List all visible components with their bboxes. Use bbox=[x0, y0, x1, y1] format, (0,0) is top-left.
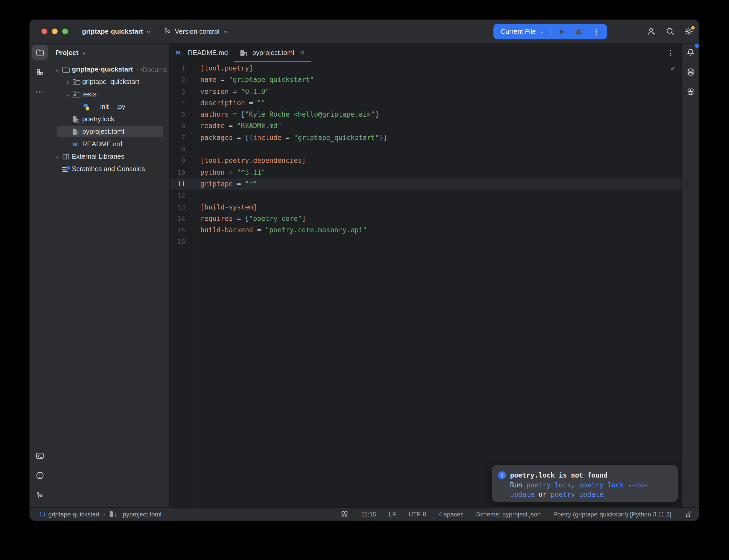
notification-dot bbox=[695, 44, 699, 48]
scratches-icon bbox=[61, 165, 70, 173]
code-line: requires = ["poetry-core"] bbox=[200, 213, 387, 225]
notification-text: , bbox=[571, 481, 579, 489]
close-window-button[interactable] bbox=[41, 29, 47, 34]
markdown-icon: M↓ bbox=[72, 140, 80, 148]
settings-icon[interactable] bbox=[682, 25, 695, 38]
editor-tab-bar: M↓README.md[T]pyproject.toml✕⋮ bbox=[170, 44, 681, 62]
version-control-icon[interactable] bbox=[32, 487, 47, 503]
libraries-icon bbox=[61, 152, 70, 161]
notification-link[interactable]: poetry update bbox=[551, 491, 604, 498]
line-number: 9 bbox=[170, 155, 196, 167]
folder-package-icon bbox=[72, 78, 80, 86]
search-icon[interactable] bbox=[664, 25, 676, 38]
problems-icon[interactable] bbox=[32, 468, 47, 483]
interpreter-widget[interactable]: Poetry (griptape-quickstart) [Python 3.1… bbox=[553, 510, 671, 518]
screen: griptape-quickstart ⌄ Version control ⌄ … bbox=[0, 0, 729, 560]
terminal-icon[interactable] bbox=[32, 448, 47, 464]
tree-item-scratches-and-consoles[interactable]: Scratches and Consoles bbox=[50, 163, 169, 175]
tab-options-icon[interactable]: ⋮ bbox=[667, 44, 674, 62]
tree-item-tests[interactable]: ⌄tests bbox=[50, 88, 169, 101]
code-line: build-backend = "poetry.core.masonry.api… bbox=[200, 225, 387, 236]
tree-item-readme-md[interactable]: M↓README.md bbox=[50, 138, 169, 150]
indent-widget[interactable]: 4 spaces bbox=[439, 510, 464, 518]
line-number: 8 bbox=[170, 144, 196, 155]
settings-badge-dot bbox=[691, 26, 695, 29]
inspection-ok-icon[interactable]: ✔ bbox=[671, 64, 675, 72]
line-number: 13 bbox=[170, 201, 196, 213]
breadcrumb[interactable]: griptape-quickstart › [T] pyproject.toml bbox=[40, 510, 161, 518]
chevron-down-icon[interactable]: ⌄ bbox=[64, 91, 72, 98]
run-icon[interactable] bbox=[556, 26, 568, 37]
ai-assistant-icon[interactable] bbox=[340, 510, 349, 518]
info-icon: i bbox=[498, 471, 506, 479]
notification-title: poetry.lock is not found bbox=[510, 471, 670, 480]
notification-message: Run poetry lock, poetry lock --no-update… bbox=[510, 480, 670, 500]
right-tool-stripe bbox=[681, 44, 699, 507]
chevron-right-icon[interactable]: › bbox=[53, 153, 61, 160]
toml-icon: [T] bbox=[72, 115, 80, 123]
line-separator-widget[interactable]: LF bbox=[389, 510, 396, 518]
close-tab-icon[interactable]: ✕ bbox=[300, 49, 304, 56]
tree-item-external-libraries[interactable]: ›External Libraries bbox=[50, 150, 169, 163]
tab-readme-md[interactable]: M↓README.md bbox=[170, 44, 234, 62]
notification-link[interactable]: poetry lock bbox=[526, 481, 571, 489]
schema-widget[interactable]: Schema: pyproject.json bbox=[476, 510, 541, 518]
tree-item-label: griptape_quickstart bbox=[82, 76, 139, 88]
code-line: authors = ["Kyle Roche <hello@griptape.a… bbox=[200, 109, 387, 121]
code-line: [tool.poetry] bbox=[200, 63, 387, 74]
main-area: ⋯ Project ⌄ ⌄griptape-quickstart~/Docume… bbox=[30, 44, 699, 507]
line-number: 14 bbox=[170, 213, 196, 225]
run-config-label[interactable]: Current File bbox=[501, 27, 536, 35]
tab-pyproject-toml[interactable]: [T]pyproject.toml✕ bbox=[234, 44, 311, 62]
tree-item-griptape-quickstart[interactable]: ›griptape_quickstart bbox=[50, 76, 169, 88]
tree-item-label: pyproject.toml bbox=[82, 125, 124, 138]
code-area[interactable]: [tool.poetry]name = "griptape-quickstart… bbox=[196, 63, 387, 507]
ai-assistant-icon[interactable] bbox=[683, 84, 698, 100]
breadcrumb-project[interactable]: griptape-quickstart bbox=[48, 510, 99, 518]
structure-icon[interactable] bbox=[32, 64, 47, 80]
chevron-right-icon[interactable]: › bbox=[64, 78, 72, 86]
line-number: 2 bbox=[170, 74, 196, 86]
toml-file-icon: [T] bbox=[109, 510, 117, 518]
tab-label: pyproject.toml bbox=[252, 49, 294, 57]
minimize-window-button[interactable] bbox=[52, 29, 58, 34]
tree-item-poetry-lock[interactable]: [T]poetry.lock bbox=[50, 113, 169, 125]
tree-item--init-py[interactable]: __init__.py bbox=[50, 101, 169, 113]
tree-item-label: poetry.lock bbox=[82, 113, 114, 125]
lock-open-icon[interactable] bbox=[684, 510, 692, 518]
project-panel-header[interactable]: Project ⌄ bbox=[50, 44, 169, 61]
notification-balloon[interactable]: i poetry.lock is not found Run poetry lo… bbox=[492, 465, 678, 502]
encoding-widget[interactable]: UTF-8 bbox=[409, 510, 426, 518]
editor-gutter: 12345678910111213141516 bbox=[170, 63, 196, 507]
line-number: 7 bbox=[170, 132, 196, 144]
tree-item-griptape-quickstart[interactable]: ⌄griptape-quickstart~/Docume bbox=[50, 63, 169, 76]
debug-icon[interactable] bbox=[573, 26, 584, 37]
clock-widget[interactable]: 11:15 bbox=[361, 510, 376, 518]
tree-item-pyproject-toml[interactable]: [T]pyproject.toml bbox=[50, 125, 169, 138]
more-tool-windows-icon[interactable]: ⋯ bbox=[32, 84, 47, 100]
chevron-down-icon[interactable]: ⌄ bbox=[53, 66, 61, 73]
editor[interactable]: 12345678910111213141516 [tool.poetry]nam… bbox=[170, 62, 681, 507]
project-widget[interactable]: griptape-quickstart ⌄ bbox=[82, 27, 151, 35]
code-line: griptape = "*" bbox=[200, 178, 387, 190]
project-tree: ⌄griptape-quickstart~/Docume›griptape_qu… bbox=[50, 63, 169, 175]
project-widget-label: griptape-quickstart bbox=[82, 27, 143, 35]
project-folder-icon[interactable] bbox=[32, 45, 47, 60]
run-widget[interactable]: Current File ⌄ ⋮ bbox=[493, 24, 607, 39]
line-number: 10 bbox=[170, 167, 196, 178]
breadcrumb-file[interactable]: pyproject.toml bbox=[123, 510, 161, 518]
notifications-icon[interactable] bbox=[683, 45, 698, 60]
vcs-widget[interactable]: Version control ⌄ bbox=[163, 27, 228, 35]
notification-body: poetry.lock is not found Run poetry lock… bbox=[510, 471, 670, 502]
database-icon[interactable] bbox=[683, 64, 698, 80]
add-user-icon[interactable] bbox=[645, 25, 657, 38]
tree-item-label: tests bbox=[82, 88, 96, 101]
editor-column: M↓README.md[T]pyproject.toml✕⋮ 123456789… bbox=[170, 44, 681, 507]
left-tool-stripe: ⋯ bbox=[30, 44, 50, 507]
title-bar: griptape-quickstart ⌄ Version control ⌄ … bbox=[30, 20, 699, 44]
divider bbox=[551, 27, 551, 36]
status-bar: griptape-quickstart › [T] pyproject.toml… bbox=[30, 507, 699, 521]
toml-icon: [T] bbox=[239, 48, 248, 57]
zoom-window-button[interactable] bbox=[62, 29, 68, 34]
run-more-icon[interactable]: ⋮ bbox=[591, 26, 602, 37]
